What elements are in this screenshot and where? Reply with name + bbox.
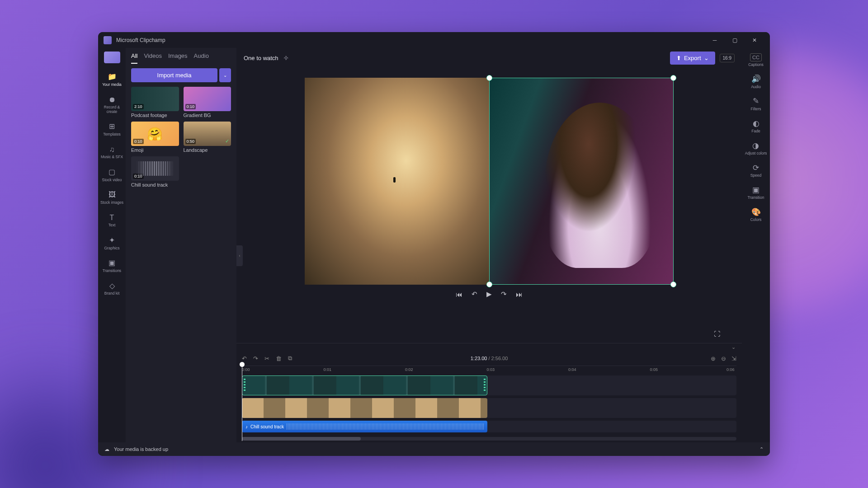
fade-icon: ◐ — [753, 120, 760, 128]
brand-kit-icon: ◇ — [108, 281, 117, 290]
titlebar: Microsoft Clipchamp ─ ▢ ✕ — [98, 32, 770, 48]
rr-transition[interactable]: ▣Transition — [745, 184, 766, 202]
zoom-in-button[interactable]: ⊕ — [711, 355, 716, 362]
audio-track[interactable]: ♪Chill sound track — [242, 421, 736, 432]
close-button[interactable]: ✕ — [745, 33, 764, 47]
split-button[interactable]: ✂ — [264, 355, 269, 362]
backup-status: Your media is backed up — [114, 446, 168, 452]
text-icon: T — [108, 213, 117, 222]
duplicate-button[interactable]: ⧉ — [288, 355, 292, 362]
preview-canvas[interactable] — [305, 78, 674, 285]
ai-sparkle-icon[interactable]: ✧ — [283, 54, 289, 62]
status-expand-button[interactable]: ⌃ — [760, 446, 764, 452]
rail-text[interactable]: TText — [98, 210, 126, 230]
clip-audio[interactable]: ♪Chill sound track — [242, 421, 487, 432]
next-frame-button[interactable]: ⏭ — [516, 291, 523, 298]
tab-videos[interactable]: Videos — [144, 52, 162, 64]
record-icon: ⏺ — [108, 95, 117, 104]
video-track-2[interactable] — [242, 398, 736, 418]
status-bar: ☁ Your media is backed up ⌃ — [98, 442, 770, 456]
colors-icon: 🎨 — [751, 208, 761, 217]
zoom-out-button[interactable]: ⊖ — [721, 355, 726, 362]
rail-transitions[interactable]: ▣Transitions — [98, 256, 126, 276]
rr-filters[interactable]: ✎Filters — [749, 95, 763, 113]
media-panel: All Videos Images Audio Import media ⌄ 2… — [126, 48, 236, 442]
upload-icon: ⬆ — [676, 55, 681, 61]
import-media-button[interactable]: Import media — [131, 68, 217, 82]
aspect-ratio-button[interactable]: 16:9 — [720, 54, 735, 62]
rail-brand-kit[interactable]: ◇Brand kit — [98, 278, 126, 298]
music-note-icon: ♪ — [245, 424, 248, 429]
timeline-ruler[interactable]: 0:00 0:01 0:02 0:03 0:04 0:05 0:06 — [242, 366, 736, 374]
project-title[interactable]: One to watch — [244, 55, 278, 61]
maximize-button[interactable]: ▢ — [725, 33, 745, 47]
media-thumb-landscape[interactable]: 0:50✓Landscape — [184, 122, 231, 153]
rr-speed[interactable]: ⟳Speed — [749, 162, 764, 180]
rail-stock-images[interactable]: 🖼Stock images — [98, 188, 126, 207]
editor-center: ‹ One to watch ✧ ⬆Export⌄ 16:9 — [236, 48, 742, 442]
brand-icon — [104, 52, 120, 63]
video-track-1[interactable] — [242, 375, 736, 395]
video-icon: ▢ — [108, 168, 117, 177]
speed-icon: ⟳ — [753, 164, 759, 173]
timeline: ⌄ ↶ ↷ ✂ 🗑 ⧉ 1:23.00 / 2:56.00 ⊕ ⊖ ⇲ 0:00 — [236, 343, 742, 442]
rail-music-sfx[interactable]: ♫Music & SFX — [98, 142, 126, 162]
delete-button[interactable]: 🗑 — [276, 355, 282, 362]
media-thumb-gradient[interactable]: 0:10Gradient BG — [184, 87, 231, 118]
skip-fwd-button[interactable]: ↷ — [501, 290, 507, 298]
undo-button[interactable]: ↶ — [242, 355, 247, 362]
tab-images[interactable]: Images — [168, 52, 188, 64]
rail-record-create[interactable]: ⏺Record & create — [98, 92, 126, 117]
media-tabs: All Videos Images Audio — [126, 48, 236, 64]
playhead[interactable] — [242, 364, 242, 441]
chevron-down-icon: ⌄ — [704, 55, 709, 61]
right-properties-rail: CCCaptions 🔊Audio ✎Filters ◐Fade ◑Adjust… — [742, 48, 770, 442]
tab-all[interactable]: All — [131, 52, 137, 64]
rr-adjust-colors[interactable]: ◑Adjust colors — [743, 140, 769, 158]
transition-icon: ▣ — [752, 186, 760, 195]
templates-icon: ⊞ — [108, 122, 117, 131]
media-thumb-emoji[interactable]: 🤗0:10Emoji — [131, 122, 179, 153]
graphics-icon: ✦ — [108, 236, 117, 245]
audio-icon: 🔊 — [751, 75, 761, 84]
rr-colors[interactable]: 🎨Colors — [749, 206, 764, 224]
app-logo-icon — [104, 36, 112, 44]
waveform — [287, 423, 484, 430]
export-button[interactable]: ⬆Export⌄ — [670, 52, 715, 65]
redo-button[interactable]: ↷ — [253, 355, 258, 362]
media-thumb-chill-track[interactable]: 0:10Chill sound track — [131, 156, 179, 188]
rail-your-media[interactable]: 📁Your media — [98, 70, 126, 89]
skip-back-button[interactable]: ↶ — [472, 290, 477, 298]
check-icon: ✓ — [225, 138, 229, 144]
transport-controls: ⏮ ↶ ▶ ↷ ⏭ — [450, 285, 528, 304]
tab-audio[interactable]: Audio — [194, 52, 209, 64]
play-button[interactable]: ▶ — [486, 290, 492, 298]
app-title: Microsoft Clipchamp — [116, 37, 705, 43]
clip-landscape[interactable] — [242, 398, 487, 418]
prev-frame-button[interactable]: ⏮ — [456, 291, 462, 298]
media-thumb-podcast[interactable]: 2:10Podcast footage — [131, 87, 179, 118]
preview-right-clip — [489, 78, 674, 285]
rr-captions[interactable]: CCCaptions — [746, 52, 765, 69]
folder-icon: 📁 — [108, 72, 117, 81]
left-nav-rail: 📁Your media ⏺Record & create ⊞Templates … — [98, 48, 126, 442]
fullscreen-button[interactable]: ⛶ — [714, 330, 720, 338]
import-dropdown-button[interactable]: ⌄ — [219, 68, 231, 82]
preview-left-clip — [305, 78, 489, 285]
timeline-scrollbar[interactable] — [242, 437, 736, 441]
captions-icon: CC — [750, 53, 762, 61]
fit-button[interactable]: ⇲ — [731, 355, 736, 362]
timeline-collapse-button[interactable]: ⌄ — [236, 343, 742, 351]
filters-icon: ✎ — [753, 97, 759, 106]
clip-podcast[interactable] — [242, 375, 487, 395]
rail-templates[interactable]: ⊞Templates — [98, 119, 126, 139]
image-icon: 🖼 — [108, 190, 117, 199]
rr-fade[interactable]: ◐Fade — [750, 118, 762, 136]
app-window: Microsoft Clipchamp ─ ▢ ✕ 📁Your media ⏺R… — [98, 32, 770, 456]
rr-audio[interactable]: 🔊Audio — [749, 73, 763, 91]
rail-graphics[interactable]: ✦Graphics — [98, 233, 126, 253]
rail-stock-video[interactable]: ▢Stock video — [98, 165, 126, 185]
minimize-button[interactable]: ─ — [705, 33, 725, 47]
timeline-time: 1:23.00 / 2:56.00 — [471, 356, 508, 361]
adjust-icon: ◑ — [752, 142, 759, 150]
